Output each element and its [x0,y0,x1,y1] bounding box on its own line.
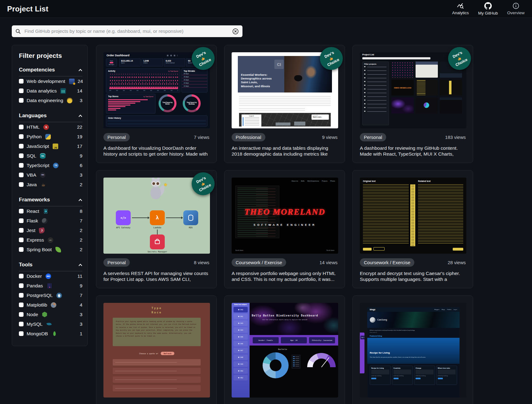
filter-checkbox[interactable] [19,247,24,252]
mysql-icon [46,321,52,327]
filter-section-header[interactable]: Competencies [19,67,82,76]
filter-item[interactable]: Express 2 [19,235,82,245]
filter-section-header[interactable]: Frameworks [19,197,82,206]
nav-analytics[interactable]: Analytics [452,2,469,15]
filter-item[interactable]: TypeScript 6 [19,161,82,170]
clear-search-icon[interactable] [232,28,239,35]
subject-row: 946 [233,341,248,346]
filter-item[interactable]: MySQL 3 [19,319,82,329]
project-card-doordash[interactable]: Order Dashboard TotalsAverages $111,681.… [96,45,217,163]
filter-item[interactable]: Flask 7 [19,216,82,226]
quote-row [113,376,201,383]
filter-checkbox[interactable] [19,125,24,129]
filter-checkbox[interactable] [19,274,24,278]
filter-item[interactable]: Java 2 [19,180,82,189]
filter-section-header[interactable]: Languages [19,113,82,122]
chevron-up-icon[interactable] [78,199,82,201]
project-card-portfolio[interactable]: About meSkillsWork ExperienceProjectsPho… [224,170,345,288]
map-legend: Legend [242,114,261,127]
devs-choice-badge: Dev's Choice [192,172,215,195]
filter-section-title: Frameworks [19,197,50,203]
filter-item[interactable]: MongoDB 1 [19,329,82,338]
project-card-type-race[interactable]: Type Race Practice your typing speed whi… [96,295,217,404]
rds-label: RDS [178,226,203,229]
project-card-caesar-cipher[interactable]: Original text Rotated text Coursework / … [352,170,473,288]
filter-checkbox[interactable] [19,153,24,158]
subject-row: 945 [233,334,248,340]
filter-checkbox[interactable] [19,218,24,223]
filter-item[interactable]: Data engineering 3 [19,96,82,105]
filter-item[interactable]: Pandas 9 [19,281,82,290]
filter-item-count: 1 [80,331,82,337]
filter-checkbox[interactable] [19,173,24,177]
top-stores-panel: Top Storesby Total Spend [106,94,155,114]
filter-item-count: 2 [80,182,82,187]
filter-item[interactable]: Matplotlib 4 [19,300,82,310]
pandas-icon [47,283,52,289]
project-card-serverless-api[interactable]: ★ API Gateway Lambda RDS Secrets Manager… [96,170,217,288]
filter-item-count: 24 [78,79,83,84]
filter-checkbox[interactable] [19,134,24,139]
subject-row: 948 [233,355,248,360]
project-card-essential-workers[interactable]: Essential Workers: Demographics across S… [224,45,345,163]
jest-icon [39,227,45,233]
filter-checkbox[interactable] [19,163,24,168]
react-icon [43,208,49,214]
nav-overview[interactable]: Overview [507,2,525,15]
filter-item[interactable]: JavaScript 17 [19,141,82,151]
filter-section-header[interactable]: Tools [19,262,82,271]
filter-item[interactable]: HTML 22 [19,122,82,132]
filter-checkbox[interactable] [19,182,24,187]
filter-item[interactable]: Data analytics 14 [19,86,82,96]
filter-item[interactable]: Jest 2 [19,226,82,235]
post-card: Where love rules written by CarlJung [436,366,457,385]
analytics-icon [457,2,464,9]
filter-checkbox[interactable] [19,88,24,93]
project-card-blogz[interactable]: Type: Innie blogz BloggersBlogsPublishLo… [352,295,473,404]
filter-checkbox[interactable] [19,293,24,298]
chevron-up-icon[interactable] [78,264,82,266]
chevron-up-icon[interactable] [78,114,82,117]
blogz-nav: BloggersBlogsPublishLog in [434,309,457,310]
filter-checkbox[interactable] [19,79,24,84]
project-card-project-list[interactable]: Project List Filter projects THEO MORELA… [352,45,473,163]
filter-checkbox[interactable] [19,331,24,336]
filter-item-count: 2 [80,237,82,243]
nav-my-github[interactable]: My GitHub [478,2,498,15]
github-icon [484,2,492,10]
filter-checkbox[interactable] [19,238,24,242]
filter-checkbox[interactable] [19,98,24,103]
avatar [370,317,375,323]
blogz-brand: blogz [370,308,375,311]
chevron-up-icon[interactable] [78,69,82,71]
search-input[interactable] [24,28,232,34]
filter-item[interactable]: Python 19 [19,132,82,141]
filter-checkbox[interactable] [19,228,24,233]
filter-checkbox[interactable] [19,312,24,317]
filter-checkbox[interactable] [19,209,24,213]
filter-checkbox[interactable] [19,283,24,288]
instructions-box: Practice your typing speed while reading… [113,318,201,346]
filter-item-label: Data engineering [27,98,63,103]
filter-item[interactable]: React 8 [19,206,82,216]
filter-item[interactable]: Docker 11 [19,271,82,281]
filter-section: Tools Docker 11 [19,262,82,338]
filter-section-title: Languages [19,113,47,119]
filter-item[interactable]: SQL 9 [19,151,82,161]
filter-item-label: MySQL [27,321,43,327]
filter-item[interactable]: VBA 3 [19,170,82,180]
banner: Essential Workers: Demographics across S… [238,56,332,92]
filter-item-count: 3 [80,172,82,178]
filter-checkbox[interactable] [19,303,24,307]
filter-checkbox[interactable] [19,144,24,148]
face-mask-shape [294,75,302,81]
filter-item[interactable]: Web development 24 [19,76,82,86]
filter-item[interactable]: Spring Boot 2 [19,245,82,254]
filter-item[interactable]: Node 3 [19,310,82,319]
project-card-belly-button[interactable]: Select test subject: 9409419439449459469… [224,295,345,404]
filter-item-label: Matplotlib [27,302,47,308]
views-count: 28 views [448,260,466,265]
filter-checkbox[interactable] [19,322,24,326]
filter-item-count: 6 [80,163,82,168]
filter-item[interactable]: PostgreSQL 7 [19,290,82,300]
